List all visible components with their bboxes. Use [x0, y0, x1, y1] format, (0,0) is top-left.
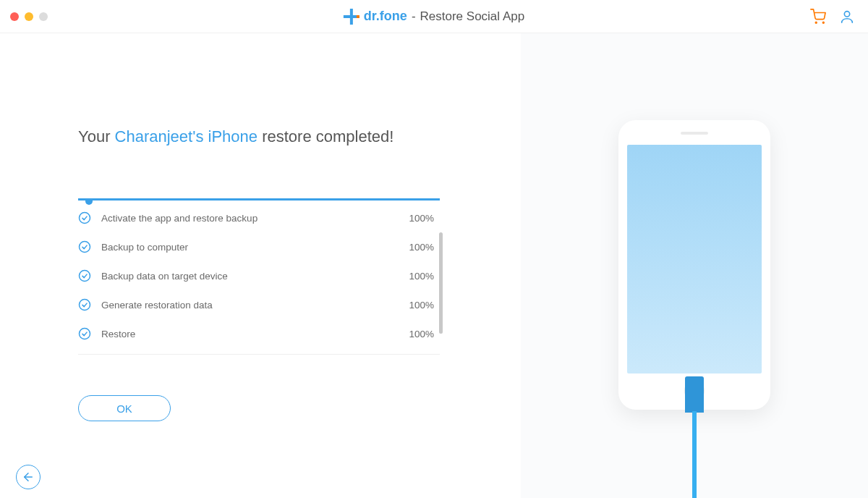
svg-point-1	[822, 22, 824, 23]
headline: Your Charanjeet's iPhone restore complet…	[78, 127, 463, 146]
headline-device: Charanjeet's iPhone	[115, 127, 258, 145]
step-percent: 100%	[409, 271, 434, 282]
brand-subtitle: Restore Social App	[420, 9, 525, 24]
step-label: Generate restoration data	[101, 300, 409, 311]
step-row: Generate restoration data100%	[78, 290, 440, 319]
svg-point-5	[80, 271, 90, 282]
check-circle-icon	[78, 327, 91, 340]
step-row: Activate the app and restore backup100%	[78, 203, 440, 232]
arrow-left-icon	[22, 470, 35, 484]
app-title: dr.fone - Restore Social App	[344, 9, 524, 25]
headline-prefix: Your	[78, 127, 115, 145]
svg-point-6	[80, 300, 90, 311]
window-controls	[10, 12, 48, 21]
step-row: Backup to computer100%	[78, 232, 440, 261]
steps-scrollbar[interactable]	[439, 232, 443, 334]
step-row: Restore100%	[78, 319, 440, 348]
step-percent: 100%	[409, 329, 434, 339]
step-row: Backup data on target device100%	[78, 261, 440, 290]
brand-text: dr.fone	[364, 9, 407, 24]
ok-button-label: OK	[116, 402, 132, 415]
svg-point-3	[80, 213, 90, 224]
step-label: Backup data on target device	[101, 271, 409, 282]
window-close-button[interactable]	[10, 12, 19, 21]
steps-divider	[78, 354, 440, 355]
step-label: Restore	[101, 329, 409, 339]
steps-list-wrapper: Activate the app and restore backup100%B…	[78, 203, 440, 348]
right-panel	[521, 33, 868, 498]
progress-bar	[78, 198, 440, 201]
check-circle-icon	[78, 211, 91, 224]
left-panel: Your Charanjeet's iPhone restore complet…	[0, 33, 521, 498]
brand-separator: -	[412, 9, 416, 24]
phone-screen	[627, 145, 762, 374]
phone-earpiece	[681, 132, 708, 135]
step-label: Backup to computer	[101, 242, 409, 253]
titlebar: dr.fone - Restore Social App	[0, 0, 868, 33]
check-circle-icon	[78, 298, 91, 311]
check-circle-icon	[78, 269, 91, 282]
svg-point-0	[815, 22, 817, 23]
step-percent: 100%	[409, 242, 434, 253]
check-circle-icon	[78, 240, 91, 253]
ok-button[interactable]: OK	[78, 395, 171, 421]
window-zoom-button[interactable]	[39, 12, 48, 21]
cart-icon[interactable]	[810, 9, 826, 25]
cable	[692, 411, 697, 498]
back-button[interactable]	[16, 465, 41, 489]
step-label: Activate the app and restore backup	[101, 213, 409, 224]
phone-illustration	[618, 120, 770, 410]
svg-point-7	[80, 329, 90, 339]
step-percent: 100%	[409, 300, 434, 311]
headline-suffix: restore completed!	[258, 127, 393, 145]
topbar-right	[810, 9, 855, 25]
user-icon[interactable]	[839, 9, 855, 25]
logo-plus-icon	[344, 9, 359, 25]
steps-list: Activate the app and restore backup100%B…	[78, 203, 440, 348]
content: Your Charanjeet's iPhone restore complet…	[0, 33, 868, 498]
svg-point-2	[844, 11, 849, 16]
svg-point-4	[80, 242, 90, 253]
cable-connector	[685, 376, 704, 413]
step-percent: 100%	[409, 213, 434, 224]
window-minimize-button[interactable]	[25, 12, 33, 21]
